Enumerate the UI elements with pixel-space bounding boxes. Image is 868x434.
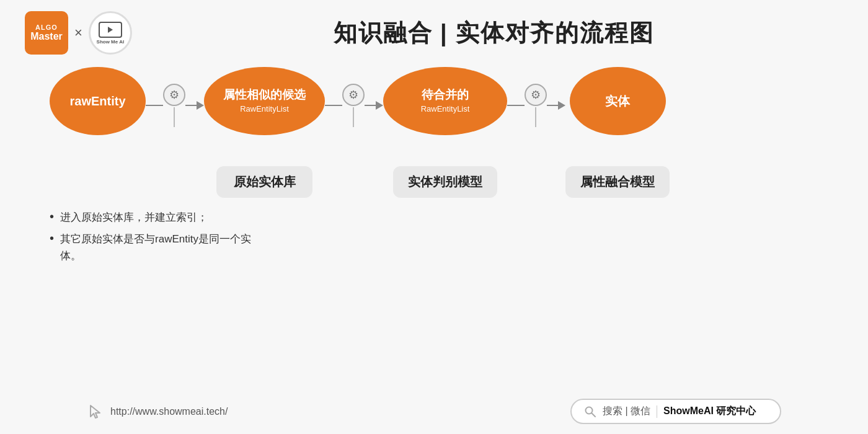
- line-2b: [365, 105, 376, 106]
- bullet-text-1: 进入原始实体库，并建立索引；: [60, 209, 208, 226]
- line-1b: [185, 105, 197, 106]
- bottom-area: • 进入原始实体库，并建立索引； • 其它原始实体是否与rawEntity是同一…: [0, 198, 868, 434]
- step-candidate-list: 属性相似的候选 RawEntityList 原始实体库: [204, 67, 325, 198]
- bullet-text-2: 其它原始实体是否与rawEntity是同一个实体。: [60, 231, 254, 264]
- page-title: 知识融合 | 实体对齐的流程图: [144, 17, 843, 49]
- arrow-3: [558, 101, 565, 110]
- showmeai-text: Show Me AI: [97, 39, 125, 45]
- node-entity-label: 实体: [605, 93, 630, 110]
- sub-label-3-wrap: 属性融合模型: [565, 157, 670, 198]
- page: ALGO Master × Show Me AI 知识融合 | 实体对齐的流程图…: [0, 0, 868, 434]
- showmeai-logo: Show Me AI: [89, 11, 132, 55]
- gear-3-icon: ⚙: [531, 88, 541, 102]
- node-entity: 实体: [570, 67, 666, 135]
- search-prefix-text: 搜索 | 微信: [603, 405, 650, 418]
- search-bar[interactable]: 搜索 | 微信 ShowMeAI 研究中心: [570, 399, 781, 424]
- connector-3: ⚙: [507, 84, 565, 127]
- footer-url-text: http://www.showmeai.tech/: [110, 406, 228, 417]
- showmeai-screen-icon: [99, 22, 122, 38]
- sub-label-1: 原始实体库: [216, 166, 312, 198]
- footer: http://www.showmeai.tech/ 搜索 | 微信 ShowMe…: [50, 391, 818, 434]
- node-merge-list: 待合并的 RawEntityList: [383, 67, 507, 135]
- arrow-1: [197, 101, 204, 110]
- node-merge-label: 待合并的: [422, 87, 469, 103]
- algo-master-logo: ALGO Master: [25, 11, 68, 55]
- gear-2-vert-line: [353, 107, 354, 127]
- sub-label-2: 实体判别模型: [393, 166, 497, 198]
- sub-label-2-wrap: 实体判别模型: [393, 157, 497, 198]
- node-merge-sublabel: RawEntityList: [421, 104, 470, 115]
- bullet-dot-2: •: [50, 231, 54, 246]
- gear-1: ⚙: [163, 84, 185, 106]
- gear-3-wrap: ⚙: [525, 84, 547, 127]
- bullet-dot-1: •: [50, 210, 54, 224]
- flow-diagram: rawEntity ⚙ 属性相似的候选 RawEntityList 原始实: [0, 55, 868, 198]
- connector-2: ⚙: [325, 84, 383, 127]
- arrow-2: [376, 101, 383, 110]
- gear-2-wrap: ⚙: [342, 84, 365, 127]
- gear-2-icon: ⚙: [348, 88, 358, 102]
- cursor-icon: [87, 403, 104, 420]
- gear-3-vert-line: [535, 107, 536, 127]
- bullet-item-2: • 其它原始实体是否与rawEntity是同一个实体。: [50, 231, 254, 264]
- bullet-item-1: • 进入原始实体库，并建立索引；: [50, 209, 254, 226]
- step-raw-entity: rawEntity: [50, 67, 146, 135]
- footer-url-area: http://www.showmeai.tech/: [87, 403, 228, 420]
- search-divider: [657, 405, 657, 418]
- line-2a: [325, 105, 342, 106]
- node-raw-entity: rawEntity: [50, 67, 146, 135]
- step-entity: 实体 属性融合模型: [565, 67, 670, 198]
- logo-area: ALGO Master × Show Me AI: [25, 11, 132, 55]
- node-raw-entity-label: rawEntity: [69, 94, 125, 108]
- line-3a: [507, 105, 525, 106]
- line-3b: [547, 105, 558, 106]
- gear-2: ⚙: [342, 84, 365, 106]
- step-merge-list: 待合并的 RawEntityList 实体判别模型: [383, 67, 507, 198]
- algo-bottom-text: Master: [30, 31, 63, 42]
- line-1a: [146, 105, 163, 106]
- node-candidate-sublabel: RawEntityList: [240, 104, 289, 115]
- search-bold-text: ShowMeAI 研究中心: [663, 405, 756, 418]
- x-divider: ×: [74, 25, 82, 41]
- node-candidate-list: 属性相似的候选 RawEntityList: [204, 67, 325, 135]
- algo-top-text: ALGO: [35, 24, 58, 31]
- search-icon: [584, 405, 596, 418]
- bullet-area: • 进入原始实体库，并建立索引； • 其它原始实体是否与rawEntity是同一…: [50, 209, 254, 391]
- connector-1: ⚙: [146, 84, 204, 127]
- node-candidate-label: 属性相似的候选: [223, 87, 306, 103]
- gear-1-wrap: ⚙: [163, 84, 185, 127]
- gear-3: ⚙: [525, 84, 547, 106]
- sub-label-3: 属性融合模型: [565, 166, 670, 198]
- header: ALGO Master × Show Me AI 知识融合 | 实体对齐的流程图: [0, 0, 868, 55]
- gear-1-icon: ⚙: [169, 88, 179, 102]
- sub-label-1-wrap: 原始实体库: [216, 157, 312, 198]
- gear-1-vert-line: [174, 107, 175, 127]
- svg-line-1: [592, 413, 596, 417]
